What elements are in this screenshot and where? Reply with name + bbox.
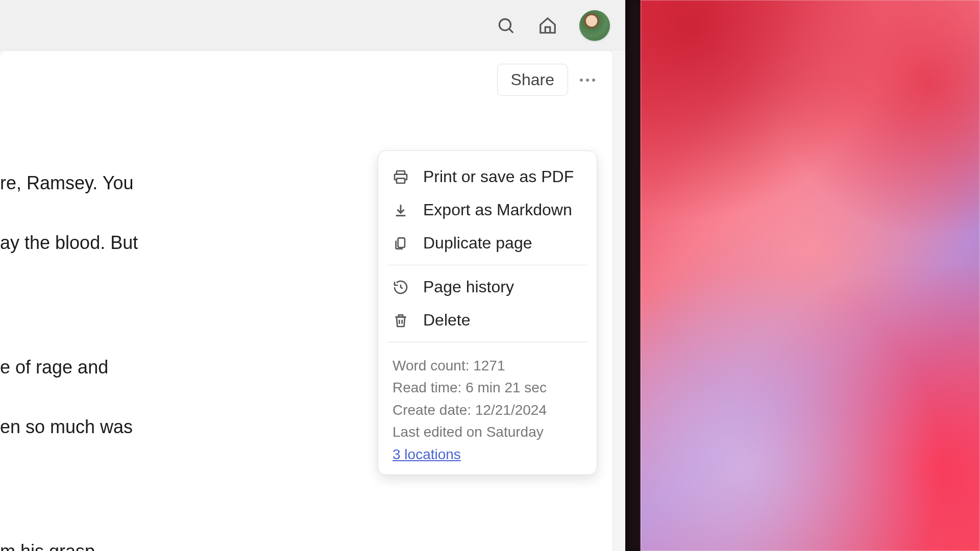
menu-label: Print or save as PDF (423, 167, 574, 186)
history-icon (393, 279, 409, 295)
text-line: re, Ramsey. You (0, 169, 327, 197)
menu-label: Duplicate page (423, 234, 532, 253)
svg-point-0 (499, 19, 510, 30)
delete-item[interactable]: Delete (378, 304, 597, 337)
printer-icon (393, 169, 409, 185)
page-metadata: Word count: 1271 Read time: 6 min 21 sec… (378, 347, 597, 465)
wallpaper-background (641, 0, 980, 551)
duplicate-page-item[interactable]: Duplicate page (378, 227, 597, 260)
share-button[interactable]: Share (497, 64, 568, 96)
create-date: Create date: 12/21/2024 (393, 399, 582, 421)
content-area: Share re, Ramsey. You ay the blood. But … (0, 51, 612, 551)
svg-rect-2 (397, 171, 405, 174)
text-line: en so much was (0, 413, 327, 441)
word-count: Word count: 1271 (393, 355, 582, 377)
page-history-item[interactable]: Page history (378, 270, 597, 304)
svg-line-1 (509, 29, 513, 33)
text-line: ay the blood. But (0, 229, 327, 257)
app-panel: Share re, Ramsey. You ay the blood. But … (0, 0, 625, 551)
more-options-menu: Print or save as PDF Export as Markdown (378, 151, 597, 475)
last-edited: Last edited on Saturday (393, 421, 582, 443)
trash-icon (393, 312, 409, 329)
duplicate-icon (393, 235, 409, 252)
text-line: e of rage and (0, 353, 327, 382)
read-time: Read time: 6 min 21 sec (393, 377, 582, 398)
export-markdown-item[interactable]: Export as Markdown (378, 193, 597, 227)
search-icon[interactable] (496, 15, 516, 36)
ellipsis-icon (580, 79, 583, 82)
home-icon[interactable] (537, 15, 558, 36)
locations-link[interactable]: 3 locations (393, 446, 461, 462)
svg-rect-4 (398, 238, 405, 247)
menu-label: Export as Markdown (423, 201, 572, 219)
menu-divider (387, 342, 587, 342)
more-options-button[interactable] (575, 68, 600, 92)
svg-rect-3 (397, 178, 405, 183)
menu-divider (387, 265, 587, 265)
top-bar (0, 0, 625, 51)
avatar[interactable] (579, 10, 610, 41)
print-pdf-item[interactable]: Print or save as PDF (378, 160, 597, 193)
text-line: m his grasp. (0, 537, 327, 551)
document-body[interactable]: re, Ramsey. You ay the blood. But e of r… (0, 140, 327, 551)
menu-label: Page history (423, 278, 514, 296)
menu-label: Delete (423, 311, 471, 330)
download-icon (393, 202, 409, 218)
document-toolbar: Share (0, 59, 612, 101)
window-edge-gap (625, 0, 641, 551)
